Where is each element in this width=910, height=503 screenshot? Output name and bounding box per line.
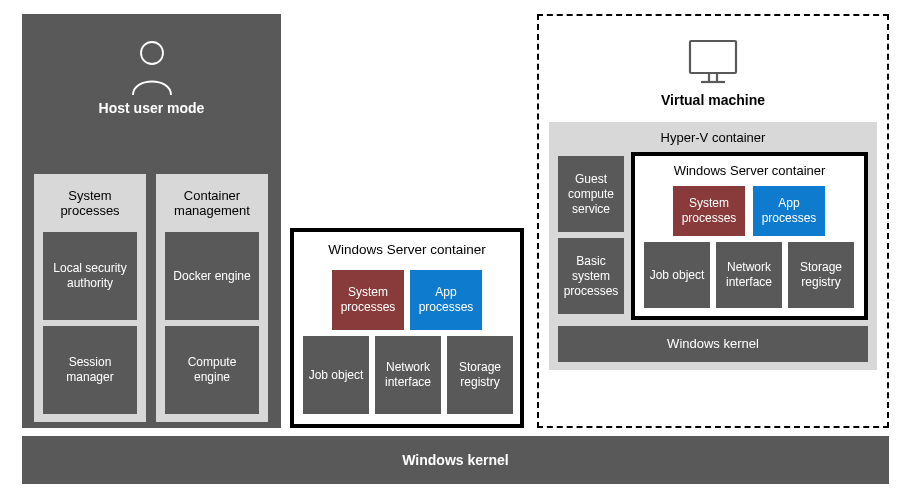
nested-wsc-title: Windows Server container — [635, 156, 864, 178]
host-user-mode-panel: Host user mode System processes Local se… — [22, 14, 281, 428]
svg-rect-1 — [690, 41, 736, 73]
windows-server-container-panel: Windows Server container System processe… — [290, 228, 524, 428]
windows-kernel-bar: Windows kernel — [22, 436, 889, 484]
monitor-icon — [687, 38, 739, 86]
hv-title: Hyper-V container — [549, 122, 877, 145]
virtual-machine-panel: Virtual machine Hyper-V container Guest … — [537, 14, 889, 428]
nested-tile-job-object: Job object — [644, 242, 710, 308]
svg-point-0 — [141, 42, 163, 64]
tile-compute-engine: Compute engine — [165, 326, 259, 414]
nested-tile-app-processes: App processes — [753, 186, 825, 236]
tile-storage-registry: Storage registry — [447, 336, 513, 414]
tile-session-manager: Session manager — [43, 326, 137, 414]
vm-title: Virtual machine — [539, 92, 887, 108]
tile-local-security-authority: Local security authority — [43, 232, 137, 320]
tile-vm-windows-kernel: Windows kernel — [558, 326, 868, 362]
nested-tile-storage-registry: Storage registry — [788, 242, 854, 308]
nested-tile-system-processes: System processes — [673, 186, 745, 236]
tile-app-processes: App processes — [410, 270, 482, 330]
tile-job-object: Job object — [303, 336, 369, 414]
system-processes-header: System processes — [34, 174, 146, 228]
tile-docker-engine: Docker engine — [165, 232, 259, 320]
diagram-canvas: Host user mode System processes Local se… — [0, 0, 910, 503]
tile-network-interface: Network interface — [375, 336, 441, 414]
nested-wsc-panel: Windows Server container System processe… — [631, 152, 868, 320]
host-title: Host user mode — [22, 100, 281, 116]
container-management-card: Container management Docker engine Compu… — [156, 174, 268, 422]
tile-basic-system-processes: Basic system processes — [558, 238, 624, 314]
container-management-header: Container management — [156, 174, 268, 228]
system-processes-card: System processes Local security authorit… — [34, 174, 146, 422]
hyperv-container-panel: Hyper-V container Guest compute service … — [549, 122, 877, 370]
tile-system-processes: System processes — [332, 270, 404, 330]
nested-tile-network-interface: Network interface — [716, 242, 782, 308]
tile-guest-compute-service: Guest compute service — [558, 156, 624, 232]
person-icon — [129, 40, 175, 96]
wsc-title: Windows Server container — [294, 232, 520, 257]
